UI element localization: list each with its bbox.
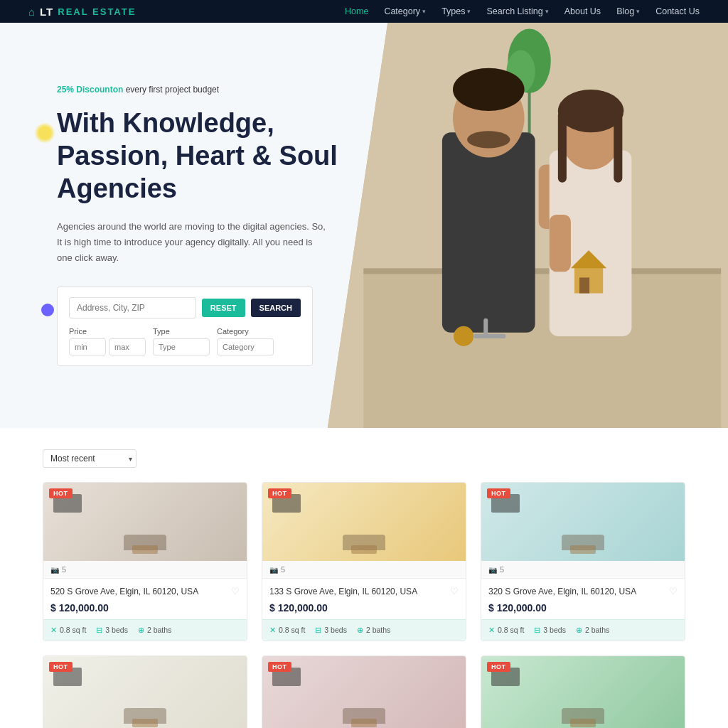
category-label: Category: [217, 327, 274, 336]
search-button[interactable]: SEARCH: [251, 299, 301, 317]
property-image: HOT: [481, 483, 685, 561]
svg-point-8: [453, 68, 525, 111]
property-features: ✕ 0.8 sq ft ⊟ 3 beds ⊕ 2 baths: [262, 619, 466, 641]
nav-blog[interactable]: Blog ▾: [616, 6, 640, 16]
reset-button[interactable]: RESET: [202, 299, 245, 317]
property-card: HOT 📷 5 133 S Grove Ave, Elgin, IL 60120…: [262, 482, 466, 641]
favorite-button[interactable]: ♡: [231, 586, 240, 596]
house-icon: ⌂: [28, 6, 36, 18]
beds-value: 3 beds: [543, 626, 566, 634]
svg-point-9: [467, 131, 510, 148]
listings-section: Most recent Price: Low to High Price: Hi…: [0, 428, 728, 728]
area-icon: ✕: [488, 626, 495, 635]
beds-row: 📷 5: [481, 561, 685, 579]
hero-section: 25% Discounton every first project budge…: [0, 23, 728, 428]
hero-content: 25% Discounton every first project budge…: [0, 42, 427, 408]
room-illustration: [481, 656, 685, 728]
svg-rect-16: [614, 111, 622, 183]
furniture-table: [132, 719, 158, 727]
bed-icon: ⊟: [96, 626, 102, 635]
furniture-table: [351, 545, 377, 554]
price-filter: Price: [69, 327, 146, 355]
property-info: 320 S Grove Ave, Elgin, IL 60120, USA ♡ …: [481, 579, 685, 641]
svg-rect-17: [550, 215, 571, 272]
svg-rect-6: [442, 132, 535, 333]
sort-select[interactable]: Most recent Price: Low to High Price: Hi…: [43, 449, 136, 468]
hot-badge: HOT: [487, 662, 510, 672]
hot-badge: HOT: [49, 488, 73, 498]
property-price: $ 120,000.00: [488, 602, 678, 614]
property-address: 520 S Grove Ave, Elgin, IL 60120, USA: [50, 586, 198, 598]
property-grid: HOT 📷 5 520 S Grove Ave, Elgin, IL 60120…: [43, 482, 685, 728]
svg-point-21: [454, 326, 473, 346]
favorite-button[interactable]: ♡: [450, 586, 459, 596]
nav-types[interactable]: Types ▾: [441, 6, 471, 16]
baths-value: 2 baths: [366, 626, 390, 634]
nav-home[interactable]: Home: [345, 6, 368, 16]
room-illustration: [262, 656, 466, 728]
bed-icon: ⊟: [315, 626, 321, 635]
chevron-down-icon: ▾: [636, 8, 640, 15]
beds-feature: ⊟ 3 beds: [96, 626, 128, 635]
price-min-input[interactable]: [69, 338, 106, 355]
category-filter: Category: [217, 327, 274, 355]
room-illustration: [262, 483, 466, 561]
sqft-feature: ✕ 0.8 sq ft: [269, 626, 305, 635]
camera-icon: 📷: [488, 566, 497, 574]
property-image: HOT: [43, 483, 247, 561]
furniture-table: [570, 719, 596, 727]
chevron-down-icon: ▾: [545, 8, 549, 15]
nav-search-listing[interactable]: Search Listing ▾: [486, 6, 548, 16]
hot-badge: HOT: [268, 488, 291, 498]
sqft-feature: ✕ 0.8 sq ft: [488, 626, 524, 635]
furniture-table: [351, 719, 377, 727]
sqft-feature: ✕ 0.8 sq ft: [50, 626, 86, 635]
property-features: ✕ 0.8 sq ft ⊟ 3 beds ⊕ 2 baths: [43, 619, 247, 641]
sqft-value: 0.8 sq ft: [498, 626, 524, 634]
svg-rect-19: [579, 277, 589, 293]
property-card: HOT 📷 5 320 S Grove Ave, Elgin, IL 60120…: [481, 482, 685, 641]
baths-value: 2 baths: [585, 626, 609, 634]
property-address: 133 S Grove Ave, Elgin, IL 60120, USA: [269, 586, 417, 598]
property-card: HOT 📷 5 Prairie Trail, Crystal Lake, IL …: [481, 655, 685, 728]
beds-row: 📷 5: [262, 561, 466, 579]
hero-title: With Knowledge, Passion, Heart & Soul Ag…: [57, 107, 384, 205]
search-row: RESET SEARCH: [69, 297, 301, 318]
svg-rect-15: [558, 111, 567, 183]
beds-feature: ⊟ 3 beds: [315, 626, 347, 635]
price-max-input[interactable]: [109, 338, 146, 355]
category-input[interactable]: [217, 338, 274, 355]
type-label: Type: [153, 327, 210, 336]
navbar: ⌂ LT REAL ESTATE Home Category ▾ Types ▾…: [0, 0, 728, 23]
address-row: 320 S Grove Ave, Elgin, IL 60120, USA ♡: [488, 586, 678, 598]
camera-icon: 📷: [269, 566, 278, 574]
brand-logo[interactable]: ⌂ LT REAL ESTATE: [28, 6, 136, 18]
property-image: HOT: [481, 656, 685, 728]
search-input[interactable]: [69, 297, 196, 318]
beds-count: 5: [500, 565, 504, 574]
hero-discount: 25% Discounton every first project budge…: [57, 85, 384, 95]
beds-value: 3 beds: [105, 626, 128, 634]
nav-links: Home Category ▾ Types ▾ Search Listing ▾…: [345, 6, 700, 16]
address-row: 520 S Grove Ave, Elgin, IL 60120, USA ♡: [50, 586, 240, 598]
sqft-value: 0.8 sq ft: [60, 626, 86, 634]
property-info: 520 S Grove Ave, Elgin, IL 60120, USA ♡ …: [43, 579, 247, 641]
favorite-button[interactable]: ♡: [669, 586, 678, 596]
area-icon: ✕: [50, 626, 57, 635]
nav-category[interactable]: Category ▾: [384, 6, 426, 16]
price-label: Price: [69, 327, 146, 336]
property-image: HOT: [262, 483, 466, 561]
hot-badge: HOT: [49, 662, 73, 672]
room-illustration: [481, 483, 685, 561]
search-box: RESET SEARCH Price Type Category: [57, 287, 313, 366]
nav-about-us[interactable]: About Us: [564, 6, 601, 16]
bath-icon: ⊕: [138, 626, 144, 635]
property-image: HOT: [262, 656, 466, 728]
property-image: HOT: [43, 656, 247, 728]
hero-description: Agencies around the world are moving to …: [57, 219, 327, 266]
nav-contact-us[interactable]: Contact Us: [655, 6, 700, 16]
sqft-value: 0.8 sq ft: [279, 626, 305, 634]
baths-feature: ⊕ 2 baths: [576, 626, 609, 635]
type-input[interactable]: [153, 338, 210, 355]
filter-row: Price Type Category: [69, 327, 301, 355]
